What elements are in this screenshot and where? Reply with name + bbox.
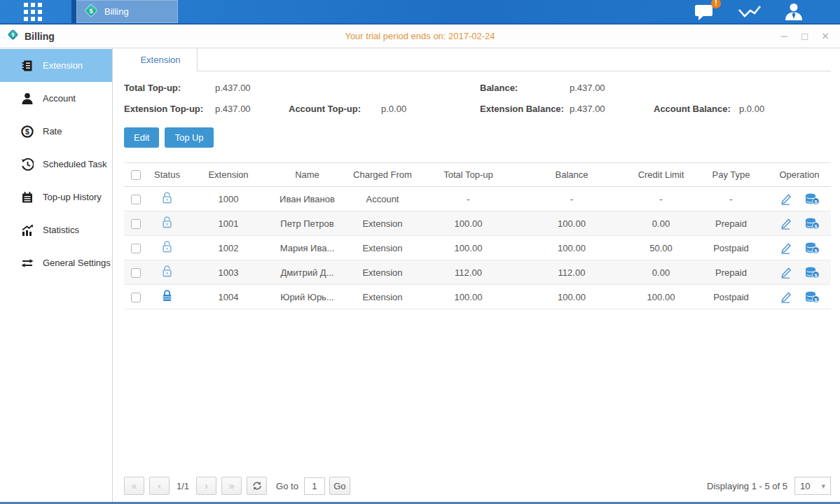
table-row[interactable]: 1001 Петр Петров Extension 100.00 100.00…	[124, 211, 831, 236]
sidebar-item-scheduled-task[interactable]: Scheduled Task	[0, 148, 112, 181]
page-size-select[interactable]: 10 ▾	[794, 477, 831, 495]
pagination-bar: « ‹ 1/1 › » Go to Go Displaying 1 - 5 of…	[124, 477, 831, 495]
balance-cell: -	[516, 187, 628, 211]
total-topup-value: p.437.00	[215, 83, 251, 93]
col-name: Name	[270, 163, 344, 187]
sidebar-item-statistics[interactable]: Statistics	[0, 214, 112, 246]
edit-icon[interactable]	[779, 267, 792, 279]
go-button[interactable]: Go	[329, 477, 350, 495]
total-topup-label: Total Top-up:	[124, 83, 215, 93]
sidebar-item-rate[interactable]: $ Rate	[0, 115, 112, 148]
prev-page-button[interactable]: ‹	[149, 477, 170, 495]
last-page-button[interactable]: »	[221, 477, 242, 495]
table-row[interactable]: 1003 Дмитрий Д... Extension 112.00 112.0…	[124, 260, 831, 285]
first-page-button[interactable]: «	[124, 477, 144, 495]
pay-type-cell: -	[694, 187, 768, 211]
credit-limit-cell: 0.00	[628, 211, 694, 236]
account-balance-label: Account Balance:	[654, 104, 739, 114]
unlocked-icon	[162, 265, 172, 277]
balance-cell: 112.00	[516, 260, 628, 285]
account-topup-label: Account Top-up:	[289, 104, 381, 114]
table-row[interactable]: 1002 Мария Ива... Extension 100.00 100.0…	[124, 236, 831, 260]
tab-extension[interactable]: Extension	[124, 48, 198, 71]
name-cell: Юрий Юрь...	[270, 285, 344, 309]
edit-icon[interactable]	[779, 291, 792, 303]
sidebar: Extension Account $ Rate Scheduled Task	[0, 48, 113, 502]
edit-icon[interactable]	[779, 193, 792, 205]
balance-label: Balance:	[480, 83, 570, 93]
displaying-text: Displaying 1 - 5 of 5	[707, 481, 787, 491]
status-cell[interactable]	[148, 285, 186, 309]
topbar-billing-tab[interactable]: $ Billing	[71, 0, 178, 23]
col-status: Status	[148, 163, 186, 187]
extension-cell: 1004	[186, 285, 270, 309]
balance-cell: 100.00	[516, 211, 628, 236]
extension-topup-label: Extension Top-up:	[124, 104, 215, 114]
edit-button[interactable]: Edit	[124, 127, 159, 148]
topbar-tab-label: Billing	[104, 6, 129, 17]
credit-limit-cell: 100.00	[628, 285, 694, 309]
name-cell: Петр Петров	[270, 211, 344, 236]
balance-cell: 100.00	[516, 236, 628, 260]
unlocked-icon	[162, 216, 172, 228]
top-up-button[interactable]: Top Up	[165, 127, 213, 148]
top-up-icon[interactable]: $	[805, 193, 820, 205]
sidebar-item-label: Extension	[43, 60, 83, 71]
sidebar-item-general-settings[interactable]: General Settings	[0, 246, 112, 279]
next-page-button[interactable]: ›	[196, 477, 216, 495]
pay-type-cell: Prepaid	[694, 211, 768, 236]
row-checkbox[interactable]	[131, 244, 141, 253]
row-checkbox[interactable]	[131, 293, 141, 302]
apps-grid-icon[interactable]	[24, 3, 42, 21]
name-cell: Иван Иванов	[270, 187, 344, 211]
status-cell[interactable]	[148, 236, 186, 260]
minimize-icon[interactable]: ─	[781, 31, 787, 41]
select-all-checkbox[interactable]	[131, 170, 141, 180]
goto-page-input[interactable]	[304, 477, 325, 495]
topbar: $ Billing !	[0, 0, 840, 24]
status-cell[interactable]	[148, 211, 186, 236]
table-row[interactable]: 1004 Юрий Юрь... Extension 100.00 100.00…	[124, 285, 831, 309]
sidebar-item-account[interactable]: Account	[0, 82, 112, 115]
window-title: Billing	[25, 31, 55, 42]
user-account-icon[interactable]	[784, 3, 804, 20]
edit-icon[interactable]	[779, 218, 792, 230]
scheduled-task-icon	[21, 158, 34, 171]
extensions-table: Status Extension Name Charged From Total…	[124, 162, 831, 309]
sidebar-item-label: Scheduled Task	[43, 159, 107, 169]
credit-limit-cell: 0.00	[628, 260, 694, 285]
extension-balance-value: p.437.00	[570, 104, 654, 114]
top-up-icon[interactable]: $	[805, 267, 820, 279]
status-cell[interactable]	[148, 187, 186, 211]
sidebar-item-extension[interactable]: Extension	[0, 49, 112, 82]
pay-type-cell: Prepaid	[694, 260, 768, 285]
col-balance: Balance	[516, 163, 628, 187]
sidebar-item-topup-history[interactable]: Top-up History	[0, 181, 112, 214]
maximize-icon[interactable]: □	[801, 31, 808, 41]
billing-diamond-icon: $	[83, 3, 99, 21]
rate-icon: $	[21, 125, 34, 138]
notification-badge: !	[711, 0, 721, 8]
edit-icon[interactable]	[779, 242, 792, 254]
page-size-value: 10	[800, 481, 810, 491]
messages-icon[interactable]: !	[694, 3, 715, 21]
top-up-icon[interactable]: $	[805, 218, 820, 230]
status-cell[interactable]	[148, 260, 186, 285]
account-icon	[21, 92, 34, 105]
extension-cell: 1002	[186, 236, 270, 260]
extension-cell: 1003	[186, 260, 270, 285]
statistics-chart-icon[interactable]	[738, 4, 762, 20]
refresh-button[interactable]	[247, 477, 267, 495]
pay-type-cell: Postpaid	[694, 236, 768, 260]
row-checkbox[interactable]	[131, 219, 141, 229]
close-icon[interactable]: ×	[822, 30, 829, 42]
top-up-icon[interactable]: $	[805, 242, 820, 254]
row-checkbox[interactable]	[131, 195, 141, 204]
svg-text:$: $	[25, 127, 29, 136]
row-checkbox[interactable]	[131, 268, 141, 278]
table-row[interactable]: 1000 Иван Иванов Account - - - - $	[124, 187, 831, 211]
charged-from-cell: Extension	[344, 236, 421, 260]
tabstrip: Extension	[124, 48, 831, 71]
account-topup-value: p.0.00	[381, 104, 406, 114]
top-up-icon[interactable]: $	[805, 291, 820, 303]
